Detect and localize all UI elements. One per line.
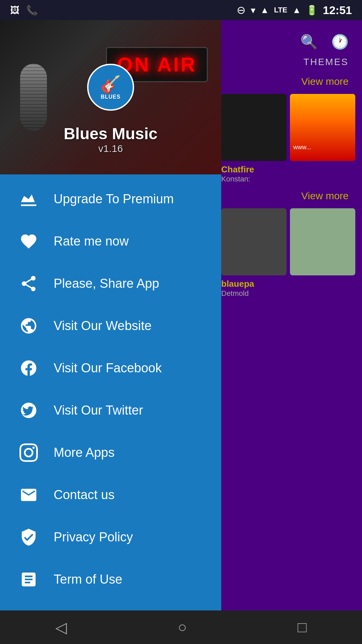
right-panel-header: 🔍 🕐 — [218, 27, 359, 57]
menu-item-privacy[interactable]: Privacy Policy — [0, 516, 221, 558]
status-left-icons: 🖼 📞 — [10, 5, 38, 16]
card-2-title: blaueра — [221, 279, 355, 289]
twitter-label: Visit Our Twitter — [54, 403, 143, 418]
view-more-2[interactable]: View more — [218, 187, 359, 205]
card-2-info: blaueра Detmold — [218, 277, 359, 300]
more-apps-label: More Apps — [54, 445, 115, 460]
app-logo: 🎸 BLUES — [87, 64, 134, 111]
status-right-icons: ⊖ ▾ ▲ LTE ▲ 🔋 12:51 — [237, 4, 352, 17]
card-thumb-1[interactable] — [221, 94, 287, 161]
view-more-1[interactable]: View more — [218, 72, 359, 91]
card-thumb-2[interactable] — [290, 94, 355, 161]
email-icon — [17, 483, 40, 506]
card-1-subtitle: Konstan: — [221, 175, 355, 183]
website-label: Visit Our Website — [54, 319, 152, 333]
menu-item-rate[interactable]: Rate me now — [0, 220, 221, 262]
lte-label: LTE — [274, 6, 287, 14]
home-button[interactable]: ○ — [178, 619, 187, 636]
card-row-1 — [218, 94, 359, 161]
menu-item-share[interactable]: Please, Share App — [0, 262, 221, 305]
wifi-icon: ▾ — [251, 5, 255, 16]
drawer-menu: Upgrade To Premium Rate me now Ple — [0, 174, 221, 644]
shield-icon — [17, 525, 40, 549]
card-1-info: Chatfire Konstan: — [218, 163, 359, 185]
heart-icon — [17, 229, 40, 253]
app-version: v1.16 — [0, 143, 221, 154]
dnd-icon: ⊖ — [237, 4, 246, 16]
card-1-title: Chatfire — [221, 164, 355, 175]
signal2-icon: ▲ — [292, 5, 301, 15]
menu-item-upgrade[interactable]: Upgrade To Premium — [0, 178, 221, 220]
search-icon[interactable]: 🔍 — [300, 34, 318, 50]
signal-icon: ▲ — [260, 5, 269, 15]
right-panel: 🔍 🕐 THEMES View more Chatfire Konstan: V… — [215, 20, 362, 644]
drawer-header: ON AIR 🎸 BLUES Blues Music v1.16 — [0, 20, 221, 174]
card-2-subtitle: Detmold — [221, 289, 355, 298]
bottom-navigation: ◁ ○ □ — [0, 610, 362, 644]
menu-item-terms[interactable]: Term of Use — [0, 558, 221, 600]
globe-icon — [17, 314, 40, 337]
back-button[interactable]: ◁ — [55, 619, 67, 636]
phone-icon: 📞 — [26, 5, 38, 16]
card-thumb-3[interactable] — [221, 208, 287, 275]
history-icon[interactable]: 🕐 — [331, 34, 349, 50]
list-icon — [17, 568, 40, 591]
photo-icon: 🖼 — [10, 5, 19, 16]
share-icon — [17, 272, 40, 295]
mic-body — [20, 64, 47, 131]
share-label: Please, Share App — [54, 276, 159, 291]
card-thumb-4[interactable] — [290, 208, 355, 275]
recents-button[interactable]: □ — [298, 619, 307, 636]
menu-item-facebook[interactable]: Visit Our Facebook — [0, 347, 221, 389]
navigation-drawer: ON AIR 🎸 BLUES Blues Music v1.16 — [0, 20, 221, 644]
privacy-label: Privacy Policy — [54, 530, 133, 544]
main-app: 🔍 🕐 THEMES View more Chatfire Konstan: V… — [0, 20, 362, 644]
menu-item-website[interactable]: Visit Our Website — [0, 305, 221, 347]
facebook-label: Visit Our Facebook — [54, 361, 162, 375]
guitar-icon: 🎸 — [100, 74, 121, 94]
microphone-decoration — [20, 64, 47, 131]
battery-icon: 🔋 — [306, 5, 318, 16]
facebook-icon — [17, 356, 40, 380]
logo-text: BLUES — [101, 94, 120, 100]
themes-label: THEMES — [218, 57, 359, 67]
app-title: Blues Music — [0, 124, 221, 143]
status-bar: 🖼 📞 ⊖ ▾ ▲ LTE ▲ 🔋 12:51 — [0, 0, 362, 20]
instagram-icon — [17, 441, 40, 464]
twitter-icon — [17, 398, 40, 422]
menu-item-contact[interactable]: Contact us — [0, 474, 221, 516]
mic-grille — [20, 64, 47, 131]
menu-item-twitter[interactable]: Visit Our Twitter — [0, 389, 221, 431]
terms-label: Term of Use — [54, 572, 122, 587]
clock: 12:51 — [323, 4, 352, 17]
rate-label: Rate me now — [54, 234, 129, 249]
menu-item-more-apps[interactable]: More Apps — [0, 431, 221, 474]
app-title-area: Blues Music v1.16 — [0, 124, 221, 154]
card-row-2 — [218, 208, 359, 275]
contact-label: Contact us — [54, 488, 115, 502]
crown-icon — [17, 187, 40, 211]
upgrade-label: Upgrade To Premium — [54, 192, 174, 206]
